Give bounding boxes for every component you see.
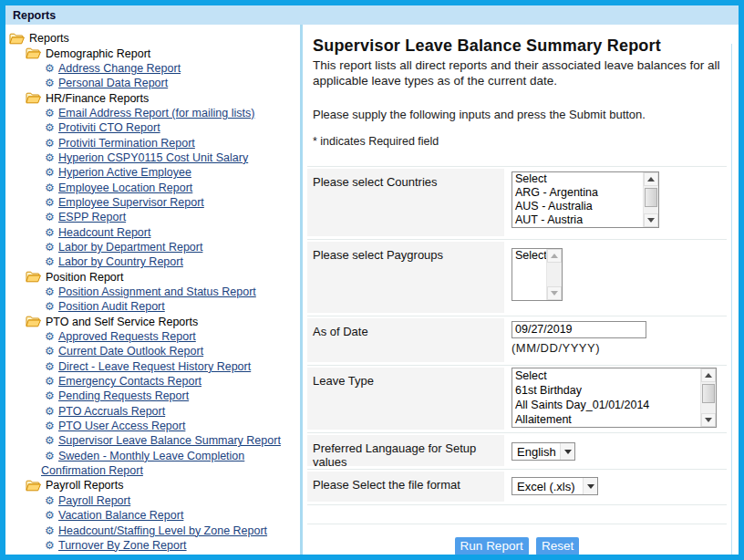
tree-item-label[interactable]: Current Date Outlook Report (58, 345, 203, 358)
tree-item-label[interactable]: Direct - Leave Request History Report (58, 360, 251, 373)
tree-item-label[interactable]: Vacation Balance Report (58, 509, 183, 522)
tree-report-link[interactable]: ⚙Direct - Leave Request History Report (7, 359, 300, 374)
tree-report-link[interactable]: ⚙Labor by Country Report (7, 254, 300, 269)
tree-report-link[interactable]: Confirmation Report (7, 463, 300, 478)
leave-type-listbox[interactable]: Select61st BirthdayAll Saints Day_01/01/… (512, 368, 717, 428)
tree-report-link[interactable]: ⚙Vacation Balance Report (7, 508, 300, 523)
tree-folder[interactable]: Payroll Reports (7, 478, 300, 493)
scrollbar-thumb[interactable] (645, 188, 657, 207)
file-format-dropdown[interactable]: Excel (.xls) (512, 477, 598, 495)
tree-item-label[interactable]: Protiviti CTO Report (58, 121, 160, 134)
tree-item-label[interactable]: Labor by Department Report (58, 241, 202, 254)
listbox-option[interactable]: Select (512, 249, 546, 263)
listbox-option[interactable]: Select (512, 172, 643, 186)
run-report-button[interactable]: Run Report (455, 537, 529, 555)
tree-report-link[interactable]: ⚙Turnover By Zone Report (7, 538, 300, 553)
tree-item-label[interactable]: Protiviti Termination Report (58, 137, 195, 150)
tree-folder[interactable]: HR/Finance Reports (7, 90, 300, 105)
countries-listbox[interactable]: SelectARG - ArgentinaAUS - AustraliaAUT … (512, 171, 659, 228)
language-label: Preferred Langauage for Setup values (307, 435, 504, 469)
listbox-option[interactable]: AUT - Austria (512, 213, 643, 227)
tree-folder[interactable]: Reports (7, 31, 300, 46)
tree-report-link[interactable]: ⚙Current Date Outlook Report (7, 344, 300, 358)
tree-report-link[interactable]: ⚙Labor by Department Report (7, 240, 300, 254)
tree-report-link[interactable]: ⚙Email Address Report (for mailing lists… (7, 106, 300, 120)
form-actions: Run Report Reset (307, 524, 727, 555)
tree-report-link[interactable]: ⚙Emergency Contacts Report (7, 374, 300, 389)
scrollbar-up-button[interactable] (701, 368, 716, 382)
countries-scrollbar[interactable] (643, 172, 658, 227)
scrollbar-thumb[interactable] (702, 384, 715, 403)
tree-item-label[interactable]: Approved Requests Report (58, 330, 196, 343)
window-title-bar: Reports (5, 5, 739, 25)
as-of-date-input[interactable] (512, 321, 646, 338)
tree-folder[interactable]: PTO and Self Service Reports (7, 315, 300, 329)
tree-item-label[interactable]: Position Assignment and Status Report (58, 285, 256, 298)
tree-report-link[interactable]: ⚙Employee Supervisor Report (7, 195, 300, 210)
listbox-option[interactable]: ARG - Argentina (512, 186, 643, 200)
listbox-option[interactable]: 61st Birthday (512, 383, 700, 398)
tree-report-link[interactable]: ⚙ESPP Report (7, 210, 300, 224)
tree-item-label[interactable]: PTO Accruals Report (58, 405, 165, 418)
listbox-option[interactable]: All Saints Day_01/01/2014 (512, 398, 700, 412)
tree-item-label[interactable]: Employee Location Report (58, 181, 192, 194)
leave-type-scrollbar[interactable] (700, 368, 716, 427)
tree-item-label[interactable]: Hyperion Active Employee (58, 166, 191, 179)
tree-item-label[interactable]: Labor by Country Report (58, 255, 183, 268)
tree-item-label[interactable]: Headcount/Staffing Level by Zone Report (58, 524, 267, 537)
reports-window: Reports ReportsDemographic Report⚙Addres… (0, 0, 744, 560)
paygroups-options: Select (512, 249, 546, 300)
language-dropdown[interactable]: English (512, 442, 575, 461)
reports-tree-pane: ReportsDemographic Report⚙Address Change… (5, 25, 300, 555)
tree-report-link[interactable]: ⚙Hyperion Active Employee (7, 165, 300, 180)
tree-item-label[interactable]: Employee Supervisor Report (58, 196, 204, 209)
tree-item-label[interactable]: Email Address Report (for mailing lists) (58, 107, 254, 119)
tree-report-link[interactable]: ⚙Personal Data Report (7, 76, 300, 90)
tree-report-link[interactable]: ⚙Headcount/Staffing Level by Zone Report (7, 523, 300, 537)
leave-type-label: Leave Type (307, 368, 504, 388)
tree-report-link[interactable]: ⚙Supervisor Leave Balance Summary Report (7, 433, 300, 448)
tree-item-label[interactable]: Headcount Report (58, 226, 150, 239)
reset-button[interactable]: Reset (536, 537, 579, 555)
tree-item-label[interactable]: Supervisor Leave Balance Summary Report (58, 434, 281, 447)
tree-item-label[interactable]: Personal Data Report (58, 77, 168, 89)
tree-report-link[interactable]: ⚙Position Audit Report (7, 299, 300, 314)
scrollbar-down-button[interactable] (547, 286, 562, 300)
paygroups-listbox[interactable]: Select (512, 248, 563, 301)
paygroups-scrollbar[interactable] (546, 249, 562, 300)
tree-item-label[interactable]: Hyperion CSPY0115 Cost Unit Salary (58, 151, 248, 164)
tree-report-link[interactable]: ⚙PTO User Access Report (7, 419, 300, 433)
tree-folder[interactable]: Position Report (7, 270, 300, 285)
gear-icon: ⚙ (44, 182, 56, 193)
tree-item-label[interactable]: Address Change Report (58, 62, 181, 75)
tree-report-link[interactable]: ⚙Pending Requests Report (7, 389, 300, 403)
tree-report-link[interactable]: ⚙Position Assignment and Status Report (7, 285, 300, 299)
tree-report-link[interactable]: ⚙Employee Location Report (7, 180, 300, 194)
listbox-option[interactable]: Allaitement (512, 412, 700, 427)
scrollbar-up-button[interactable] (547, 249, 562, 263)
tree-report-link[interactable]: ⚙Hyperion CSPY0115 Cost Unit Salary (7, 150, 300, 165)
scrollbar-down-button[interactable] (644, 213, 658, 227)
tree-folder[interactable]: Demographic Report (7, 46, 300, 60)
tree-item-label[interactable]: Emergency Contacts Report (58, 375, 202, 388)
scrollbar-up-button[interactable] (644, 172, 658, 186)
tree-item-label[interactable]: Position Audit Report (58, 300, 165, 313)
tree-item-label[interactable]: Sweden - Monthly Leave Completion (58, 450, 244, 462)
tree-item-label[interactable]: Turnover By Zone Report (58, 539, 187, 552)
tree-report-link[interactable]: ⚙Address Change Report (7, 61, 300, 76)
tree-report-link[interactable]: ⚙PTO Accruals Report (7, 404, 300, 419)
tree-item-label[interactable]: PTO User Access Report (58, 420, 185, 432)
tree-item-label[interactable]: ESPP Report (58, 211, 126, 223)
tree-item-label[interactable]: Confirmation Report (41, 464, 143, 477)
listbox-option[interactable]: Select (512, 368, 700, 383)
tree-report-link[interactable]: ⚙Payroll Report (7, 493, 300, 508)
tree-report-link[interactable]: ⚙Headcount Report (7, 224, 300, 239)
tree-report-link[interactable]: ⚙Approved Requests Report (7, 329, 300, 344)
tree-item-label[interactable]: Pending Requests Report (58, 389, 189, 402)
listbox-option[interactable]: AUS - Australia (512, 200, 643, 213)
tree-report-link[interactable]: ⚙Protiviti Termination Report (7, 135, 300, 150)
tree-report-link[interactable]: ⚙Protiviti CTO Report (7, 120, 300, 135)
tree-report-link[interactable]: ⚙Sweden - Monthly Leave Completion (7, 449, 300, 463)
tree-item-label[interactable]: Payroll Report (58, 494, 130, 507)
scrollbar-down-button[interactable] (701, 413, 716, 427)
